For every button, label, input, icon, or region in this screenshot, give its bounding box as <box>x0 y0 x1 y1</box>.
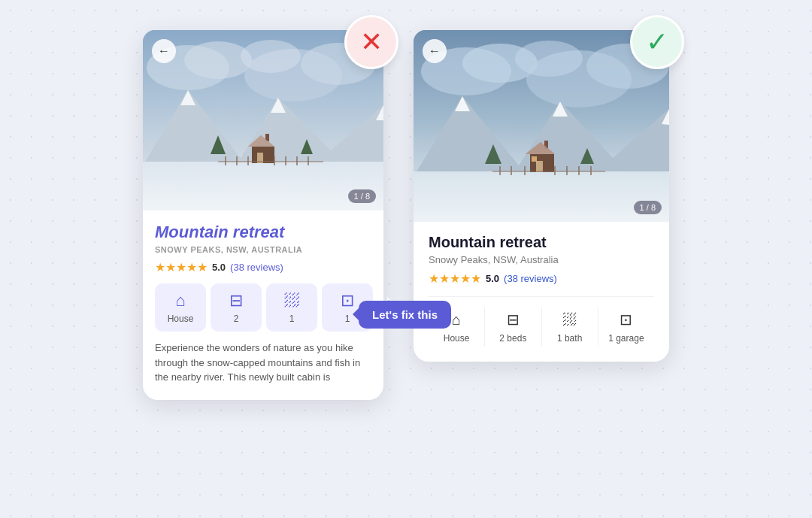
amenity-bath: ⛆ 1 <box>266 283 317 332</box>
svg-point-32 <box>515 41 583 77</box>
bad-card-content: Mountain retreat SNOWY PEAKS, NSW, AUSTR… <box>143 211 383 400</box>
good-card-reviews: (38 reviews) <box>504 273 557 284</box>
good-card-image: ← 1 / 8 <box>414 30 669 222</box>
amenity-bath-label: 1 <box>289 314 295 324</box>
svg-rect-43 <box>532 156 537 162</box>
amenity-beds: ⊟ 2 <box>211 283 262 332</box>
bad-card-image: ← 1 / 8 <box>143 30 383 211</box>
bad-card-score: 5.0 <box>212 262 226 273</box>
bad-card-location: SNOWY PEAKS, NSW, AUSTRALIA <box>155 245 371 254</box>
bad-card-counter: 1 / 8 <box>348 189 376 203</box>
bad-card-title: Mountain retreat <box>155 223 371 242</box>
good-card-back-arrow[interactable]: ← <box>423 39 447 63</box>
bad-card: ✕ <box>143 30 383 400</box>
good-card-content: Mountain retreat Snowy Peaks, NSW, Austr… <box>414 222 669 362</box>
bad-card-amenities: ⌂ House ⊟ 2 ⛆ 1 ⊡ 1 <box>155 283 371 332</box>
good-car-icon: ⊡ <box>620 310 632 329</box>
good-amenity-bath: ⛆ 1 bath <box>542 307 598 347</box>
shower-icon: ⛆ <box>283 291 300 310</box>
good-card-counter: 1 / 8 <box>634 201 662 214</box>
good-card-amenities: ⌂ House ⊟ 2 beds ⛆ 1 bath ⊡ 1 garage <box>429 296 654 347</box>
good-card: ✓ <box>414 30 669 362</box>
fix-tooltip: Let's fix this <box>359 301 451 329</box>
svg-rect-37 <box>414 171 669 222</box>
bed-icon: ⊟ <box>229 291 243 310</box>
good-card-wrapper: ✓ <box>414 30 669 362</box>
good-amenity-beds: ⊟ 2 beds <box>485 307 541 347</box>
bad-card-description: Experience the wonders of nature as you … <box>155 341 371 385</box>
bad-badge: ✕ <box>344 15 398 69</box>
bad-card-back-arrow[interactable]: ← <box>152 39 176 63</box>
house-icon: ⌂ <box>175 291 185 310</box>
good-amenity-garage: ⊡ 1 garage <box>598 307 654 347</box>
good-card-location: Snowy Peaks, NSW, Australia <box>429 254 654 265</box>
good-house-icon: ⌂ <box>452 311 461 329</box>
amenity-house-label: House <box>168 314 194 324</box>
good-amenity-house-label: House <box>444 333 470 344</box>
amenity-house: ⌂ House <box>155 283 206 332</box>
bad-card-stars: ★★★★★ <box>155 260 208 274</box>
good-amenity-bath-label: 1 bath <box>557 333 582 344</box>
good-amenity-beds-label: 2 beds <box>499 333 526 344</box>
good-amenity-garage-label: 1 garage <box>608 333 644 344</box>
good-card-stars: ★★★★★ <box>429 271 481 286</box>
good-badge: ✓ <box>630 15 684 69</box>
svg-rect-10 <box>143 162 383 211</box>
comparison-container: ✕ <box>0 0 812 518</box>
good-bed-icon: ⊟ <box>507 310 520 329</box>
svg-rect-40 <box>536 161 543 172</box>
bad-card-rating-row: ★★★★★ 5.0 (38 reviews) <box>155 260 371 274</box>
bad-card-reviews: (38 reviews) <box>230 262 283 273</box>
svg-point-5 <box>241 40 301 73</box>
bad-card-wrapper: ✕ <box>143 30 383 400</box>
amenity-garage-label: 1 <box>345 314 350 324</box>
amenity-beds-label: 2 <box>234 314 239 324</box>
good-card-title: Mountain retreat <box>429 234 654 251</box>
good-shower-icon: ⛆ <box>562 311 577 329</box>
good-card-rating-row: ★★★★★ 5.0 (38 reviews) <box>429 271 654 286</box>
good-card-score: 5.0 <box>486 273 499 284</box>
